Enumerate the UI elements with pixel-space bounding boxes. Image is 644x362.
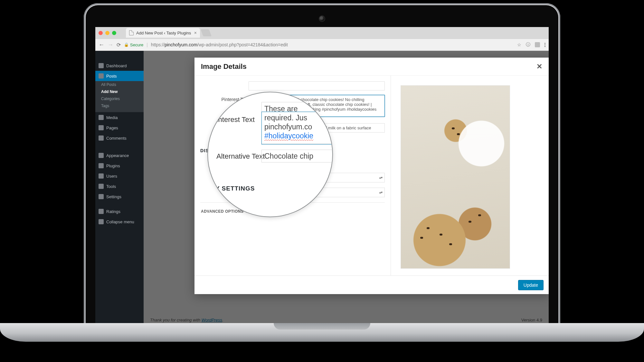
address-bar: ← → ⟳ 🔒 Secure | https://pinchofyum.com/… — [95, 39, 549, 51]
info-icon[interactable]: ⓘ — [526, 42, 530, 48]
window-zoom-icon[interactable] — [112, 31, 116, 35]
sidebar-item-media[interactable]: Media — [95, 112, 144, 123]
trackpad-notch — [274, 323, 370, 330]
laptop-frame: Add New Post ‹ Tasty Plugins × ← → ⟳ 🔒 S… — [84, 3, 560, 325]
mag-alt-text: Chocolate chip — [261, 150, 333, 162]
wp-sidebar: Dashboard Posts All Posts Add New Catego… — [95, 51, 144, 325]
browser-tab[interactable]: Add New Post ‹ Tasty Plugins × — [126, 28, 200, 38]
browser-menu-icon[interactable] — [545, 43, 545, 47]
appearance-icon — [99, 153, 104, 158]
bookmark-icon[interactable]: ☆ — [517, 42, 521, 47]
tab-close-icon[interactable]: × — [194, 30, 197, 35]
sidebar-item-comments[interactable]: Comments — [95, 133, 144, 143]
laptop-bezel: Add New Post ‹ Tasty Plugins × ← → ⟳ 🔒 S… — [86, 5, 558, 325]
browser-tab-strip: Add New Post ‹ Tasty Plugins × — [95, 27, 549, 39]
sidebar-item-settings[interactable]: Settings — [95, 191, 144, 202]
star-icon — [99, 209, 104, 214]
dashboard-icon — [99, 63, 104, 68]
nav-forward-icon: → — [108, 42, 113, 48]
nav-back-icon[interactable]: ← — [99, 42, 104, 48]
new-tab-button[interactable] — [201, 29, 212, 36]
camera-icon — [319, 16, 325, 21]
lock-icon: 🔒 — [124, 42, 129, 47]
sidebar-subnav-posts: All Posts Add New Categories Tags — [95, 81, 144, 112]
sidebar-item-dashboard[interactable]: Dashboard — [95, 60, 144, 71]
sidebar-sub-all-posts[interactable]: All Posts — [95, 81, 144, 88]
users-icon — [99, 173, 104, 179]
wp-main: ▴ sed ▴ ▴ Add mas sed tags — [144, 51, 549, 325]
screen: Add New Post ‹ Tasty Plugins × ← → ⟳ 🔒 S… — [95, 27, 549, 325]
laptop-base — [0, 323, 644, 342]
pin-icon — [99, 73, 104, 79]
sidebar-item-pages[interactable]: Pages — [95, 123, 144, 133]
caret-icon: ▴▾ — [379, 191, 383, 193]
modal-close-icon[interactable]: ✕ — [536, 62, 542, 71]
page-icon — [129, 30, 134, 35]
sidebar-item-appearance[interactable]: Appearance — [95, 150, 144, 161]
sidebar-item-ratings[interactable]: Ratings — [95, 206, 144, 217]
comments-icon — [99, 135, 104, 141]
sidebar-item-tools[interactable]: Tools — [95, 181, 144, 191]
sidebar-sub-tags[interactable]: Tags — [95, 102, 144, 109]
secure-label: Secure — [130, 42, 143, 47]
sidebar-item-posts[interactable]: Posts — [95, 71, 144, 81]
reload-icon[interactable]: ⟳ — [117, 42, 121, 48]
pages-icon — [99, 125, 104, 130]
media-icon — [99, 115, 104, 120]
magnifier-lens: Pinterest Text These are required. Jus p… — [207, 92, 333, 217]
sidebar-item-users[interactable]: Users — [95, 171, 144, 181]
modal-footer: Update — [194, 275, 549, 294]
sidebar-item-plugins[interactable]: Plugins — [95, 161, 144, 171]
window-minimize-icon[interactable] — [105, 31, 109, 35]
modal-left-pane: Pinterest Text Alternative Text DISPLAY … — [194, 76, 391, 275]
sidebar-sub-add-new[interactable]: Add New — [95, 88, 144, 95]
collapse-icon — [99, 219, 104, 224]
image-details-modal: Image Details ✕ Pinterest Text — [194, 58, 549, 294]
sidebar-sub-categories[interactable]: Categories — [95, 95, 144, 102]
tab-title: Add New Post ‹ Tasty Plugins — [136, 31, 191, 35]
plugins-icon — [99, 163, 104, 168]
url[interactable]: https://pinchofyum.com/wp-admin/post.php… — [151, 42, 288, 47]
modal-right-pane — [391, 76, 549, 275]
settings-icon — [99, 194, 104, 199]
sidebar-item-collapse[interactable]: Collapse menu — [95, 217, 144, 227]
update-button[interactable]: Update — [518, 280, 544, 290]
tools-icon — [99, 184, 104, 189]
modal-title: Image Details — [201, 62, 247, 71]
wordpress-admin: Dashboard Posts All Posts Add New Catego… — [95, 51, 549, 325]
image-preview — [401, 85, 510, 269]
secure-indicator[interactable]: 🔒 Secure — [124, 42, 143, 47]
modal-header: Image Details ✕ — [194, 58, 549, 76]
window-close-icon[interactable] — [99, 31, 103, 35]
extension-icon[interactable] — [535, 42, 540, 47]
caret-icon: ▴▾ — [379, 177, 383, 179]
mag-alt-label: Alternative Text — [216, 152, 265, 161]
